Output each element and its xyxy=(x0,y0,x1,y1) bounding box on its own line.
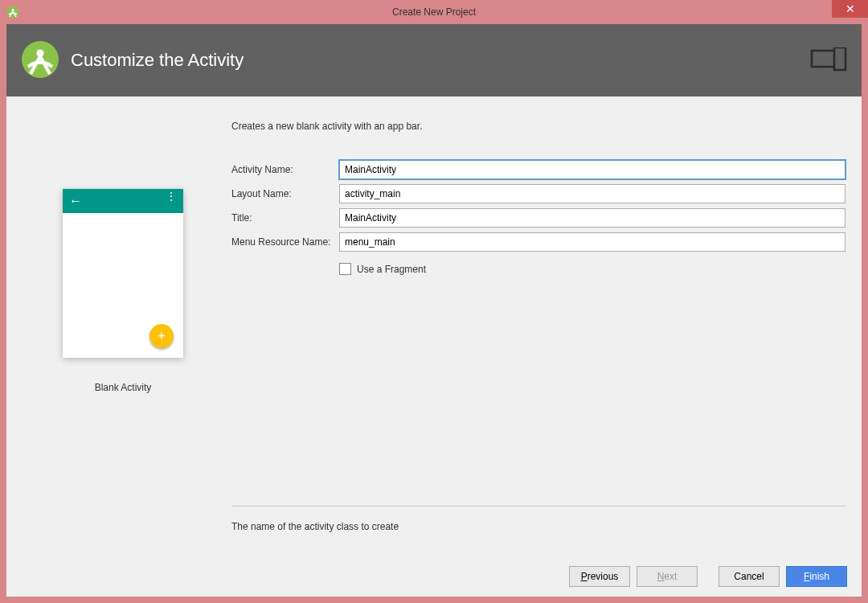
hint-divider xyxy=(231,506,845,507)
button-bar: Previous Next Cancel Finish xyxy=(6,556,862,597)
previous-button[interactable]: Previous xyxy=(569,566,630,587)
svg-rect-5 xyxy=(834,47,845,70)
finish-text: inish xyxy=(809,571,829,582)
use-fragment-label: Use a Fragment xyxy=(357,264,426,275)
form-description: Creates a new blank activity with an app… xyxy=(231,121,845,132)
window-body: Customize the Activity ← ⋮ + Blank Acti xyxy=(6,24,862,597)
form-pane: Creates a new blank activity with an app… xyxy=(223,121,845,548)
page-title: Customize the Activity xyxy=(71,50,244,71)
layout-name-input[interactable] xyxy=(339,184,845,203)
finish-button[interactable]: Finish xyxy=(786,566,847,587)
preview-pane: ← ⋮ + Blank Activity xyxy=(23,121,223,548)
svg-point-3 xyxy=(36,49,43,56)
next-text: ext xyxy=(664,571,677,582)
window-title: Create New Project xyxy=(0,6,868,18)
use-fragment-checkbox[interactable] xyxy=(339,263,351,275)
titlebar[interactable]: Create New Project ✕ xyxy=(0,0,868,24)
arrow-back-icon: ← xyxy=(69,194,82,208)
hint-text: The name of the activity class to create xyxy=(231,521,845,532)
svg-rect-4 xyxy=(812,51,836,67)
label-title: Title: xyxy=(231,212,339,224)
menu-resource-input[interactable] xyxy=(339,232,845,252)
cancel-button[interactable]: Cancel xyxy=(719,566,780,587)
title-input[interactable] xyxy=(339,208,845,228)
next-button: Next xyxy=(637,566,698,587)
wizard-header: Customize the Activity xyxy=(6,24,862,96)
activity-name-input[interactable] xyxy=(339,160,845,179)
close-button[interactable]: ✕ xyxy=(832,0,868,18)
fab-icon: + xyxy=(149,324,174,348)
overflow-menu-icon: ⋮ xyxy=(166,194,177,199)
android-studio-icon xyxy=(6,6,19,18)
android-studio-logo-icon xyxy=(21,40,59,81)
label-layout-name: Layout Name: xyxy=(231,188,339,199)
svg-point-1 xyxy=(11,9,14,11)
preview-appbar: ← ⋮ xyxy=(63,189,183,213)
close-icon: ✕ xyxy=(845,2,855,15)
label-activity-name: Activity Name: xyxy=(231,164,339,175)
previous-text: revious xyxy=(588,571,619,582)
activity-preview: ← ⋮ + xyxy=(63,189,183,358)
dialog-window: Create New Project ✕ Customize the Activ… xyxy=(0,0,868,603)
content-area: ← ⋮ + Blank Activity Creates a new blank… xyxy=(6,96,862,556)
device-icon xyxy=(810,47,847,74)
preview-label: Blank Activity xyxy=(95,382,152,393)
label-menu-resource: Menu Resource Name: xyxy=(231,236,339,248)
